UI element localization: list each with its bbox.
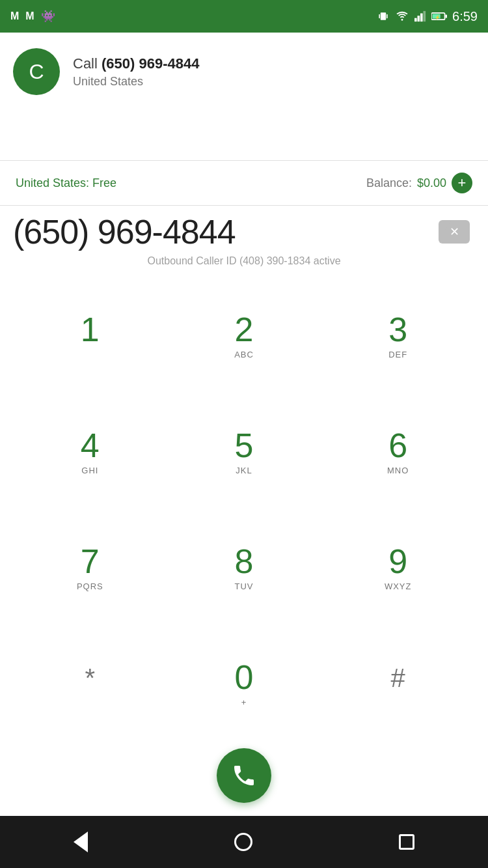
svg-point-3 [401, 19, 403, 21]
status-bar-right: ⚡ 6:59 [377, 9, 478, 24]
dialpad: 1 2 ABC 3 DEF 4 GHI 5 JKL 6 MNO 7 PQRS [0, 277, 488, 742]
status-bar: M M 👾 ⚡ [0, 0, 488, 33]
signal-icon [414, 10, 426, 22]
dial-key-hash[interactable]: # [321, 626, 475, 742]
rate-label: Free [92, 176, 116, 189]
avatar: C [13, 48, 60, 95]
svg-rect-9 [445, 14, 447, 18]
dialpad-grid: 1 2 ABC 3 DEF 4 GHI 5 JKL 6 MNO 7 PQRS [13, 277, 475, 742]
dial-key-7[interactable]: 7 PQRS [13, 510, 167, 626]
dial-key-5[interactable]: 5 JKL [167, 393, 321, 509]
caller-id-text: Outbound Caller ID (408) 390-1834 active [0, 251, 488, 277]
home-icon [234, 833, 252, 851]
contact-country: United States [73, 75, 199, 89]
dial-key-4[interactable]: 4 GHI [13, 393, 167, 509]
battery-icon: ⚡ [431, 11, 447, 21]
contact-info: Call (650) 969-4844 United States [73, 55, 199, 89]
displayed-number: (650) 969-4844 [13, 212, 236, 251]
wifi-icon [395, 11, 409, 21]
back-icon [74, 832, 88, 852]
backspace-x-label: ✕ [450, 225, 459, 239]
nav-bar [0, 816, 488, 868]
svg-rect-6 [420, 14, 423, 22]
svg-rect-4 [414, 18, 417, 21]
backspace-icon: ✕ [439, 220, 470, 244]
gmail2-icon: M [25, 10, 34, 22]
contact-header: C Call (650) 969-4844 United States [0, 33, 488, 108]
svg-rect-0 [381, 12, 386, 20]
info-bar-left: United States: Free [16, 176, 116, 190]
svg-rect-5 [418, 16, 420, 21]
recents-button[interactable] [392, 828, 421, 856]
dial-key-9[interactable]: 9 WXYZ [321, 510, 475, 626]
vibrate-icon [377, 10, 390, 23]
balance-amount: $0.00 [417, 176, 446, 190]
spacer [0, 108, 488, 160]
status-bar-left: M M 👾 [10, 9, 55, 23]
dial-key-star[interactable]: * [13, 626, 167, 742]
number-display: (650) 969-4844 ✕ [0, 206, 488, 251]
svg-text:⚡: ⚡ [435, 14, 441, 20]
alien-icon: 👾 [41, 9, 55, 23]
dial-key-6[interactable]: 6 MNO [321, 393, 475, 509]
backspace-button[interactable]: ✕ [433, 215, 475, 249]
call-button-row [0, 742, 488, 816]
add-balance-button[interactable]: + [452, 173, 472, 193]
recents-icon [399, 834, 414, 850]
dial-key-1[interactable]: 1 [13, 277, 167, 393]
info-bar-right: Balance: $0.00 + [366, 173, 472, 193]
svg-rect-7 [424, 11, 426, 21]
gmail-icon: M [10, 10, 19, 22]
call-button[interactable] [217, 748, 271, 803]
phone-icon [231, 763, 257, 789]
back-button[interactable] [67, 825, 94, 859]
region-label: United States: [16, 176, 92, 189]
info-bar: United States: Free Balance: $0.00 + [0, 161, 488, 205]
home-button[interactable] [228, 826, 259, 858]
status-time: 6:59 [452, 9, 478, 24]
dial-key-2[interactable]: 2 ABC [167, 277, 321, 393]
dial-key-8[interactable]: 8 TUV [167, 510, 321, 626]
call-phone-number: (650) 969-4844 [102, 55, 199, 72]
call-label: Call (650) 969-4844 [73, 55, 199, 72]
balance-label: Balance: [366, 176, 412, 190]
dial-key-3[interactable]: 3 DEF [321, 277, 475, 393]
dial-key-0[interactable]: 0 + [167, 626, 321, 742]
svg-rect-2 [386, 14, 388, 19]
svg-rect-1 [379, 14, 380, 19]
